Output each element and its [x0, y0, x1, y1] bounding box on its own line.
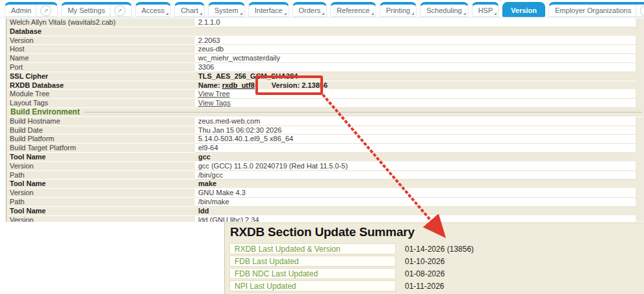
section-rule — [84, 112, 642, 113]
tab-label: Version — [511, 7, 537, 14]
dropdown-indicator-icon[interactable] — [463, 12, 466, 15]
table-row: Version2.2063 — [6, 36, 644, 46]
tab-orders[interactable]: Orders — [292, 2, 328, 17]
row-label: Build Platform — [6, 135, 195, 144]
table-row: RXDB DatabaseName: rxdb_utf8Version: 2.1… — [6, 81, 644, 90]
table-row: Build Platform5.14.0-503.40.1.el9_5 x86_… — [6, 135, 644, 144]
table-row: Welch Allyn Vitals (wavitals2.cab)2.1.1.… — [6, 18, 644, 27]
popout-icon[interactable]: ↗ — [40, 5, 51, 16]
rxdb-name-label: Name: — [198, 81, 222, 89]
row-value: 3306 — [195, 63, 636, 72]
summary-label: FDB Last Updated — [229, 256, 396, 267]
row-value: ldd (GNU libc) 2.34 — [195, 216, 636, 222]
row-value: GNU Make 4.3 — [195, 189, 636, 198]
tab-label: Reference — [337, 7, 370, 14]
tab-label: Employer Organizations — [555, 7, 631, 14]
table-row: Path/bin/gcc — [6, 171, 644, 180]
summary-value: 01-10-2026 — [405, 257, 444, 266]
row-value: zeus-db — [195, 45, 636, 54]
row-value: 5.14.0-503.40.1.el9_5 x86_64 — [195, 135, 636, 144]
summary-row: RXDB Last Updated & Version01-14-2026 (1… — [229, 243, 644, 254]
tab-version[interactable]: Version — [502, 2, 545, 17]
summary-label: NPI Last Updated — [229, 280, 396, 291]
tab-label: Printing — [386, 7, 410, 14]
row-label: SSL Cipher — [6, 72, 195, 81]
dropdown-indicator-icon[interactable] — [166, 12, 168, 15]
tab-printing[interactable]: Printing — [380, 2, 417, 17]
table-row: Namewc_miehr_wctmasterdaily — [6, 54, 644, 63]
row-value: View Tags — [195, 99, 636, 108]
popout-icon[interactable]: ↗ — [640, 5, 644, 16]
row-value: make — [195, 180, 636, 189]
table-row: Hostzeus-db — [6, 45, 644, 54]
row-value: zeus.med-web.com — [195, 117, 636, 126]
rxdb-summary-rows: RXDB Last Updated & Version01-14-2026 (1… — [225, 243, 644, 294]
tab-access[interactable]: Access — [135, 2, 171, 17]
row-label: Layout Tags — [6, 99, 195, 108]
summary-value: 01-08-2026 — [405, 269, 444, 278]
row-label: Version — [6, 189, 195, 198]
tab-my-settings[interactable]: My Settings↗ — [61, 2, 131, 17]
section-header-row: Build Environment — [6, 108, 644, 117]
table-row: Versiongcc (GCC) 11.5.0 20240719 (Red Ha… — [6, 162, 644, 171]
row-label: Version — [6, 216, 195, 222]
row-label: Name — [6, 54, 195, 63]
row-value: /bin/make — [195, 198, 636, 207]
popout-divider: ↗ — [110, 5, 125, 16]
row-label: Port — [6, 63, 195, 72]
tab-chart[interactable]: Chart — [174, 2, 205, 17]
summary-row: FDB NDC Last Updated01-08-2026 — [229, 268, 644, 279]
row-value: gcc (GCC) 11.5.0 20240719 (Red Hat 11.5.… — [195, 162, 636, 171]
summary-label: RXDB Last Updated & Version — [229, 243, 396, 254]
row-value: ldd — [195, 207, 636, 216]
popout-icon[interactable]: ↗ — [114, 5, 125, 16]
tab-label: HSP — [478, 7, 493, 14]
summary-value: 01-14-2026 (13856) — [405, 245, 474, 254]
tab-label: System — [214, 7, 238, 14]
dropdown-indicator-icon[interactable] — [494, 12, 496, 15]
tab-reference[interactable]: Reference — [330, 2, 376, 17]
tab-interface[interactable]: Interface — [248, 2, 289, 17]
tab-label: My Settings — [68, 7, 105, 14]
table-row: Versionldd (GNU libc) 2.34 — [6, 216, 644, 222]
tab-scheduling[interactable]: Scheduling — [420, 2, 468, 17]
row-value: /bin/gcc — [195, 171, 636, 180]
row-label: Version — [6, 36, 195, 46]
dropdown-indicator-icon[interactable] — [284, 12, 287, 15]
content-area: Welch Allyn Vitals (wavitals2.cab)2.1.1.… — [0, 18, 644, 222]
tab-admin[interactable]: Admin↗ — [5, 2, 58, 17]
row-value-link[interactable]: View Tree — [198, 90, 230, 98]
row-value — [195, 27, 636, 36]
table-row: Build DateThu Jan 15 06:02:30 2026 — [6, 126, 644, 135]
tab-employer-organizations[interactable]: Employer Organizations↗ — [548, 2, 644, 17]
row-label: Build Target Platform — [6, 144, 195, 153]
summary-label: FDB NDC Last Updated — [229, 268, 396, 279]
row-label: Tool Name — [6, 207, 195, 216]
rxdb-name-link[interactable]: rxdb_utf8 — [222, 81, 255, 89]
table-row: Build Hostnamezeus.med-web.com — [6, 117, 644, 126]
dropdown-indicator-icon[interactable] — [371, 12, 374, 15]
row-label: Path — [6, 171, 195, 180]
rxdb-summary-title: RXDB Section Update Summary — [230, 225, 644, 239]
tab-system[interactable]: System — [208, 2, 245, 17]
table-row: Layout TagsView Tags — [6, 99, 644, 108]
row-label: Build Date — [6, 126, 195, 135]
row-label: Build Hostname — [6, 117, 195, 126]
tab-label: Interface — [255, 7, 283, 14]
row-label: Tool Name — [6, 180, 195, 189]
table-row: Build Target Platformel9-64 — [6, 144, 644, 153]
table-row: VersionGNU Make 4.3 — [6, 189, 644, 198]
tab-hsp[interactable]: HSP — [472, 2, 500, 17]
dropdown-indicator-icon[interactable] — [322, 12, 324, 15]
row-value: gcc — [195, 153, 636, 162]
rxdb-summary-panel: RXDB Section Update Summary RXDB Last Up… — [224, 222, 644, 294]
tab-label: Admin — [11, 7, 31, 14]
table-row: Tool Nameldd — [6, 207, 644, 216]
table-row: SSL CipherTLS_AES_256_GCM_SHA384 — [6, 72, 644, 81]
dropdown-indicator-icon[interactable] — [200, 12, 202, 15]
table-row: Port3306 — [6, 63, 644, 72]
highlight-rect — [255, 75, 323, 95]
dropdown-indicator-icon[interactable] — [240, 12, 242, 15]
dropdown-indicator-icon[interactable] — [411, 12, 414, 15]
row-value-link[interactable]: View Tags — [198, 99, 231, 107]
